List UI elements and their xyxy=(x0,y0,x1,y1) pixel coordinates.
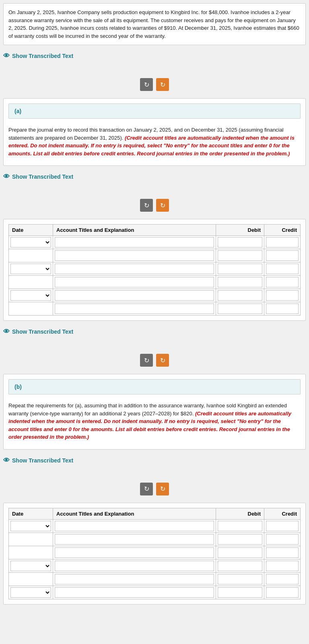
date-select-a1[interactable] xyxy=(10,237,51,248)
debit-input-a3[interactable] xyxy=(218,264,262,274)
debit-input-b3[interactable] xyxy=(218,547,262,558)
account-cell[interactable] xyxy=(53,519,216,533)
date-cell[interactable] xyxy=(9,519,53,533)
credit-cell[interactable] xyxy=(264,262,301,276)
account-input-b1[interactable] xyxy=(55,521,214,531)
table-row xyxy=(9,276,301,289)
account-input-a1[interactable] xyxy=(55,237,214,248)
debit-cell[interactable] xyxy=(216,262,264,276)
credit-input-b2[interactable] xyxy=(266,534,299,545)
credit-input-b4[interactable] xyxy=(266,561,299,571)
credit-input-b5[interactable] xyxy=(266,574,299,584)
credit-input-a5[interactable] xyxy=(266,290,299,301)
debit-input-a2[interactable] xyxy=(218,250,262,261)
account-input-a2[interactable] xyxy=(55,250,214,261)
account-input-b2[interactable] xyxy=(55,534,214,545)
debit-input-a5[interactable] xyxy=(218,290,262,301)
credit-input-b6[interactable] xyxy=(266,587,299,598)
credit-cell[interactable] xyxy=(264,586,301,599)
account-cell[interactable] xyxy=(53,289,216,302)
credit-cell[interactable] xyxy=(264,533,301,546)
debit-cell[interactable] xyxy=(216,236,264,249)
credit-cell[interactable] xyxy=(264,289,301,302)
debit-input-b5[interactable] xyxy=(218,574,262,584)
account-cell[interactable] xyxy=(53,262,216,276)
date-select-a5[interactable] xyxy=(10,290,51,301)
debit-input-a1[interactable] xyxy=(218,237,262,248)
debit-cell[interactable] xyxy=(216,586,264,599)
undo-button-4[interactable]: ↻ xyxy=(140,483,153,495)
credit-cell[interactable] xyxy=(264,559,301,572)
debit-input-b4[interactable] xyxy=(218,561,262,571)
undo-button-2[interactable]: ↻ xyxy=(140,199,153,212)
debit-input-b1[interactable] xyxy=(218,521,262,531)
account-input-b6[interactable] xyxy=(55,587,214,598)
credit-input-a1[interactable] xyxy=(266,237,299,248)
date-select-b1[interactable] xyxy=(10,521,51,531)
debit-cell[interactable] xyxy=(216,572,264,586)
date-cell[interactable] xyxy=(9,559,53,572)
account-cell[interactable] xyxy=(53,533,216,546)
debit-cell[interactable] xyxy=(216,546,264,559)
credit-input-a6[interactable] xyxy=(266,303,299,314)
credit-cell[interactable] xyxy=(264,302,301,316)
debit-cell[interactable] xyxy=(216,249,264,262)
debit-cell[interactable] xyxy=(216,519,264,533)
redo-button-2[interactable]: ↻ xyxy=(156,199,169,212)
debit-input-b2[interactable] xyxy=(218,534,262,545)
debit-cell[interactable] xyxy=(216,289,264,302)
redo-button-4[interactable]: ↻ xyxy=(156,483,169,495)
date-cell[interactable] xyxy=(9,262,53,276)
debit-cell[interactable] xyxy=(216,276,264,289)
credit-input-a4[interactable] xyxy=(266,277,299,287)
debit-cell[interactable] xyxy=(216,302,264,316)
credit-input-a3[interactable] xyxy=(266,264,299,274)
part-b-label: (b) xyxy=(14,384,22,390)
credit-cell[interactable] xyxy=(264,236,301,249)
date-select-b6[interactable] xyxy=(10,587,51,598)
redo-button-3[interactable]: ↻ xyxy=(156,354,169,367)
journal-table-b-section: Date Account Titles and Explanation Debi… xyxy=(3,503,306,605)
credit-cell[interactable] xyxy=(264,249,301,262)
credit-cell[interactable] xyxy=(264,519,301,533)
show-transcribed-1[interactable]: 👁 Show Transcribed Text xyxy=(0,48,309,62)
credit-input-b3[interactable] xyxy=(266,547,299,558)
show-transcribed-4[interactable]: 👁 Show Transcribed Text xyxy=(0,453,309,466)
debit-input-b6[interactable] xyxy=(218,587,262,598)
account-input-a6[interactable] xyxy=(55,303,214,314)
debit-cell[interactable] xyxy=(216,559,264,572)
account-input-a5[interactable] xyxy=(55,290,214,301)
date-cell[interactable] xyxy=(9,586,53,599)
credit-cell[interactable] xyxy=(264,572,301,586)
undo-icon-1: ↻ xyxy=(144,81,149,89)
account-input-b5[interactable] xyxy=(55,574,214,584)
date-select-b4[interactable] xyxy=(10,561,51,571)
date-cell[interactable] xyxy=(9,289,53,302)
account-cell[interactable] xyxy=(53,559,216,572)
credit-input-a2[interactable] xyxy=(266,250,299,261)
redo-button-1[interactable]: ↻ xyxy=(156,78,169,91)
account-input-b4[interactable] xyxy=(55,561,214,571)
debit-input-a4[interactable] xyxy=(218,277,262,287)
account-cell[interactable] xyxy=(53,249,216,262)
account-cell[interactable] xyxy=(53,572,216,586)
account-input-a4[interactable] xyxy=(55,277,214,287)
credit-input-b1[interactable] xyxy=(266,521,299,531)
date-select-a3[interactable] xyxy=(10,264,51,274)
date-cell[interactable] xyxy=(9,236,53,249)
account-cell[interactable] xyxy=(53,302,216,316)
account-cell[interactable] xyxy=(53,236,216,249)
debit-cell[interactable] xyxy=(216,533,264,546)
debit-input-a6[interactable] xyxy=(218,303,262,314)
account-cell[interactable] xyxy=(53,276,216,289)
account-input-a3[interactable] xyxy=(55,264,214,274)
credit-cell[interactable] xyxy=(264,546,301,559)
account-cell[interactable] xyxy=(53,546,216,559)
undo-button-3[interactable]: ↻ xyxy=(140,354,153,367)
credit-cell[interactable] xyxy=(264,276,301,289)
show-transcribed-3[interactable]: 👁 Show Transcribed Text xyxy=(0,324,309,338)
undo-button-1[interactable]: ↻ xyxy=(140,78,153,91)
account-input-b3[interactable] xyxy=(55,547,214,558)
account-cell[interactable] xyxy=(53,586,216,599)
show-transcribed-2[interactable]: 👁 Show Transcribed Text xyxy=(0,169,309,183)
